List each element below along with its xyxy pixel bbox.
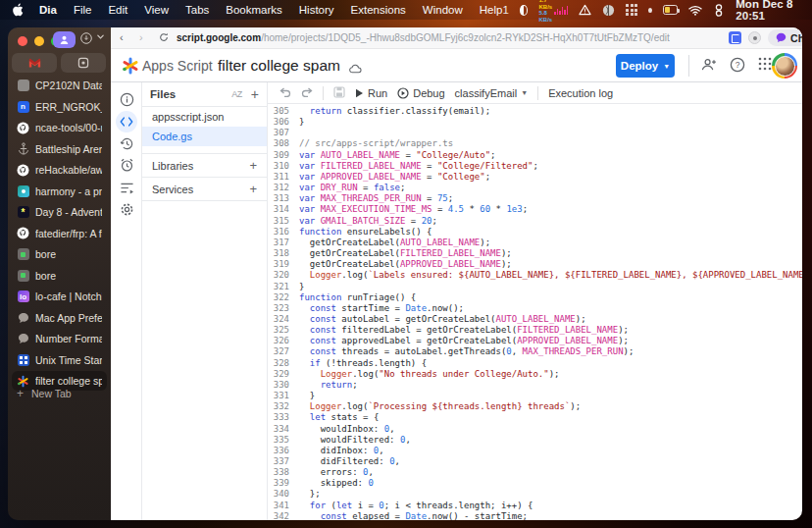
line-number[interactable]: 311 [268, 172, 299, 183]
code-line-319[interactable]: 319 getOrCreateLabel(APPROVED_LABEL_NAME… [268, 259, 802, 270]
line-number[interactable]: 310 [268, 161, 299, 172]
overview-info-icon[interactable] [119, 91, 134, 107]
line-number[interactable]: 334 [268, 424, 299, 435]
code-line-313[interactable]: 313var MAX_THREADS_PER_RUN = 75; [268, 193, 802, 204]
line-number[interactable]: 323 [268, 303, 299, 314]
menu-bar-clock[interactable]: Mon Dec 8 20:51 [736, 0, 802, 22]
sidebar-tab-rehackable-awesome-m[interactable]: reHackable/awesome-m [12, 160, 107, 180]
line-number[interactable]: 335 [268, 435, 299, 446]
apple-menu-icon[interactable] [12, 3, 24, 17]
code-line-314[interactable]: 314var MAX_EXECUTION_TIME_MS = 4.5 * 60 … [268, 204, 802, 215]
code-line-339[interactable]: 339 skipped: 0 [268, 478, 802, 489]
line-number[interactable]: 342 [268, 511, 299, 520]
code-line-335[interactable]: 335 wouldFiltered: 0, [268, 435, 802, 446]
line-number[interactable]: 306 [268, 117, 299, 128]
line-number[interactable]: 330 [268, 380, 299, 391]
line-number[interactable]: 321 [268, 282, 299, 292]
line-number[interactable]: 315 [268, 216, 299, 227]
code-line-330[interactable]: 330 return; [268, 380, 802, 391]
extension-icon[interactable] [729, 31, 741, 44]
sidebar-tab-err-ngrok-3200-th[interactable]: nERR_NGROK_3200 - Th [12, 97, 107, 117]
project-history-icon[interactable] [119, 135, 134, 151]
url-field[interactable]: script.google.com/home/projects/1DQD5_-H… [177, 32, 670, 43]
code-line-341[interactable]: 341 for (let i = 0; i < threads.length; … [268, 501, 802, 511]
code-line-305[interactable]: 305 return classifier.classify(email); [268, 106, 802, 117]
sidebar-tab-lo-cafe-notchnook[interactable]: lolo-cafe | NotchNook [12, 287, 107, 306]
sidebar-tab-battleship-arena[interactable]: Battleship Arena [12, 139, 107, 159]
code-line-322[interactable]: 322function runTriage() { [268, 292, 802, 303]
line-number[interactable]: 312 [268, 183, 299, 193]
sidebar-tab-harmony-a-procedural[interactable]: harmony - a procedural [12, 182, 107, 201]
status-badge-count[interactable]: 1 [502, 4, 508, 16]
code-line-338[interactable]: 338 errors: 0, [268, 467, 802, 478]
battery-icon[interactable] [663, 5, 678, 15]
control-center-icon[interactable] [713, 4, 725, 17]
sidebar-tab-ncae-tools-00-mini-ha[interactable]: ncae-tools/00-mini-ha [12, 118, 107, 137]
product-name[interactable]: Apps Script [142, 58, 213, 74]
profile-button[interactable] [53, 31, 76, 48]
code-line-331[interactable]: 331 } [268, 391, 802, 401]
menu-item-view[interactable]: View [144, 4, 169, 16]
sidebar-tab-bore[interactable]: bore [12, 244, 107, 264]
line-number[interactable]: 307 [268, 128, 299, 138]
function-selector[interactable]: classifyEmail ▼ [455, 87, 529, 99]
code-line-311[interactable]: 311var APPROVED_LABEL_NAME = "College"; [268, 172, 802, 183]
menu-item-window[interactable]: Window [423, 4, 463, 16]
debug-button[interactable]: Debug [397, 87, 444, 99]
file-item-code-gs[interactable]: Code.gs [142, 127, 267, 146]
line-number[interactable]: 318 [268, 248, 299, 259]
code-line-333[interactable]: 333 let stats = { [268, 412, 802, 423]
code-line-329[interactable]: 329 Logger.log("No threads under College… [268, 369, 802, 380]
code-line-316[interactable]: 316function ensureLabels() { [268, 227, 802, 238]
help-icon[interactable]: ? [730, 57, 745, 77]
google-apps-grid-icon[interactable] [758, 57, 772, 75]
code-line-323[interactable]: 323 const startTime = Date.now(); [268, 303, 802, 314]
save-icon[interactable] [333, 86, 345, 100]
menu-item-extensions[interactable]: Extensions [351, 4, 406, 16]
reload-button[interactable] [159, 32, 169, 44]
line-number[interactable]: 327 [268, 346, 299, 357]
line-number[interactable]: 337 [268, 456, 299, 467]
code-line-306[interactable]: 306} [268, 117, 802, 128]
line-number[interactable]: 313 [268, 193, 299, 204]
line-number[interactable]: 317 [268, 238, 299, 248]
code-line-327[interactable]: 327 const threads = autoLabel.getThreads… [268, 346, 802, 357]
file-item-appsscript-json[interactable]: appsscript.json [142, 107, 267, 127]
gmail-shortcut-button[interactable] [12, 53, 57, 73]
line-number[interactable]: 324 [268, 314, 299, 325]
line-number[interactable]: 340 [268, 489, 299, 500]
menu-item-dia[interactable]: Dia [39, 4, 57, 16]
code-line-324[interactable]: 324 const autoLabel = getOrCreateLabel(A… [268, 314, 802, 325]
line-number[interactable]: 333 [268, 412, 299, 423]
line-number[interactable]: 338 [268, 467, 299, 478]
code-line-312[interactable]: 312var DRY_RUN = false; [268, 183, 802, 193]
code-line-310[interactable]: 310var FILTERED_LABEL_NAME = "College/Fi… [268, 161, 802, 172]
menu-item-bookmarks[interactable]: Bookmarks [226, 4, 282, 16]
line-number[interactable]: 341 [268, 501, 299, 511]
line-number[interactable]: 319 [268, 259, 299, 270]
run-button[interactable]: Run [355, 87, 387, 99]
line-number[interactable]: 316 [268, 227, 299, 238]
menu-item-tabs[interactable]: Tabs [185, 4, 209, 16]
executions-icon[interactable] [119, 180, 134, 195]
downloads-icon[interactable] [80, 32, 92, 46]
sidebar-tab-fatedier-frp-a-fast-rever[interactable]: fatedier/frp: A fast rever [12, 224, 107, 243]
line-number[interactable]: 320 [268, 270, 299, 281]
code-line-332[interactable]: 332 Logger.log(`Processing ${threads.len… [268, 401, 802, 412]
line-number[interactable]: 326 [268, 336, 299, 346]
menu-item-edit[interactable]: Edit [108, 4, 127, 16]
chevron-down-icon[interactable] [96, 32, 105, 43]
execution-log-button[interactable]: Execution log [548, 87, 613, 99]
sidebar-tab-unix-time-stamp-epoc[interactable]: Unix Time Stamp - Epoc [12, 350, 107, 370]
globe-status-icon[interactable] [602, 4, 615, 17]
redo-icon[interactable] [301, 87, 313, 99]
share-add-user-icon[interactable] [700, 57, 717, 76]
code-line-318[interactable]: 318 getOrCreateLabel(FILTERED_LABEL_NAME… [268, 248, 802, 259]
wifi-icon[interactable] [688, 5, 702, 16]
minimize-window-button[interactable] [34, 36, 44, 46]
code-line-317[interactable]: 317 getOrCreateLabel(AUTO_LABEL_NAME); [268, 238, 802, 248]
line-number[interactable]: 328 [268, 358, 299, 369]
code-line-321[interactable]: 321} [268, 282, 802, 292]
code-line-336[interactable]: 336 didInbox: 0, [268, 446, 802, 456]
triggers-icon[interactable] [119, 157, 134, 173]
